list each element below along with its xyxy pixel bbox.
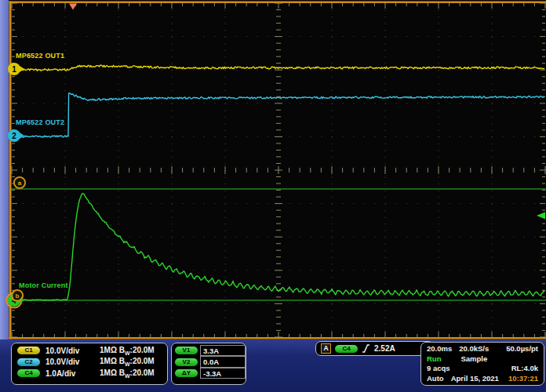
- readout-bar: C1 10.0V/div 1MΩ BW:20.0M C2 10.0V/div 1…: [0, 339, 546, 392]
- timebase-row: 20.0ms 20.0kS/s 50.0µs/pt: [427, 345, 538, 353]
- cursor-v2-value: 0.0A: [200, 356, 246, 368]
- svg-text:1: 1: [12, 65, 16, 74]
- ch2-readout-row: C2 10.0V/div 1MΩ BW:20.0M: [12, 357, 167, 368]
- svg-text:2: 2: [12, 132, 16, 140]
- cursor-v1-value: 3.3A: [200, 345, 246, 357]
- ch2-badge[interactable]: C2: [17, 358, 40, 366]
- acquisition-count: 9 acqs: [427, 365, 450, 372]
- trigger-a-badge: A: [321, 343, 331, 354]
- cursor-v2-badge[interactable]: V2: [175, 358, 198, 366]
- sample-resolution: 50.0µs/pt: [506, 345, 538, 353]
- ch4-impedance-bandwidth: 1MΩ BW:20.0M: [100, 368, 162, 379]
- ch4-badge[interactable]: C4: [17, 369, 40, 377]
- horizontal-scale: 20.0ms: [427, 345, 452, 353]
- ch1-impedance-bandwidth: 1MΩ BW:20.0M: [100, 346, 162, 356]
- trigger-level-value: 2.52A: [374, 344, 395, 353]
- ch2-scale: 10.0V/div: [46, 358, 94, 366]
- time-label: 10:37:21: [508, 375, 538, 383]
- waveform-display: 124ab: [0, 0, 546, 339]
- ch4-trace-label: Motor Current: [19, 281, 68, 289]
- cursor-readout-box[interactable]: V1 3.3A V2 0.0A ΔY -3.3A: [171, 343, 246, 385]
- cursor-v2-row: V2 0.0A: [175, 357, 246, 368]
- cursor-v1-badge[interactable]: V1: [175, 347, 198, 354]
- cursor-a-marker[interactable]: a: [14, 177, 25, 188]
- ch2-impedance-bandwidth: 1MΩ BW:20.0M: [100, 357, 162, 367]
- rising-edge-icon: [362, 343, 370, 354]
- datetime-row: Auto April 15, 2021 10:37:21: [427, 375, 538, 383]
- cursor-b-marker[interactable]: b: [12, 290, 23, 301]
- waveform-area: 124ab MP6522 OUT1 MP6522 OUT2 Motor Curr…: [0, 0, 546, 339]
- acquisition-count-row: 9 acqs RL:4.0k: [427, 365, 538, 372]
- svg-text:a: a: [18, 180, 22, 187]
- ch2-trace-label: MP6522 OUT2: [16, 118, 64, 126]
- ch1-scale: 10.0V/div: [46, 347, 94, 355]
- ch1-readout-row: C1 10.0V/div 1MΩ BW:20.0M: [12, 345, 167, 357]
- oscilloscope-screen: 124ab MP6522 OUT1 MP6522 OUT2 Motor Curr…: [0, 0, 546, 392]
- ch1-trace-label: MP6522 OUT1: [16, 52, 64, 60]
- record-length: RL:4.0k: [511, 365, 538, 372]
- cursor-dy-row: ΔY -3.3A: [175, 368, 246, 379]
- graticule-border-top: [9, 2, 546, 4]
- vertical-settings-box[interactable]: C1 10.0V/div 1MΩ BW:20.0M C2 10.0V/div 1…: [11, 343, 168, 385]
- run-status: Run: [427, 355, 441, 363]
- acquisition-mode: Sample: [460, 355, 487, 363]
- ch1-badge[interactable]: C1: [17, 347, 40, 354]
- cursor-v1-row: V1 3.3A: [175, 345, 246, 357]
- sample-rate: 20.0kS/s: [459, 345, 489, 353]
- cursor-dy-value: -3.3A: [200, 368, 246, 379]
- trigger-source-badge[interactable]: C4: [335, 345, 358, 353]
- acquisition-state-row: Run Sample: [427, 355, 538, 363]
- graticule-border-left: [9, 2, 12, 339]
- trigger-readout-box[interactable]: A C4 2.52A: [315, 341, 434, 356]
- cursor-dy-badge[interactable]: ΔY: [175, 369, 198, 377]
- svg-text:b: b: [16, 292, 20, 299]
- horizontal-acquisition-box[interactable]: 20.0ms 20.0kS/s 50.0µs/pt Run Sample 9 a…: [420, 342, 544, 386]
- trigger-mode: Auto: [427, 375, 444, 383]
- ch4-readout-row: C4 1.0A/div 1MΩ BW:20.0M: [12, 368, 167, 379]
- date-label: April 15, 2021: [451, 375, 499, 383]
- ch4-scale: 1.0A/div: [46, 369, 94, 378]
